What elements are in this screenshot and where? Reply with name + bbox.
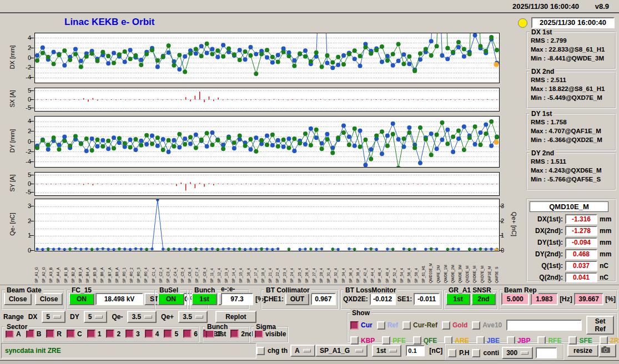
show-checkbox-qfe[interactable] <box>413 336 421 345</box>
extra-input[interactable] <box>536 347 557 358</box>
sector-label-5: 5 <box>174 330 178 338</box>
chg-th-checkbox[interactable] <box>256 347 265 355</box>
bpm-label: SP_C2_4 <box>159 251 163 283</box>
sp-dropdown-value: SP_A1_G <box>320 347 350 355</box>
count-dropdown[interactable]: 300 <box>502 347 533 359</box>
show-checkbox-kbp[interactable] <box>350 336 359 345</box>
bpm-label: QXD6E_M <box>472 251 476 283</box>
beam-gate-close-button-1[interactable]: Close <box>4 293 32 305</box>
bpm-label: SP_36_4 <box>349 251 353 283</box>
threshold-input[interactable] <box>406 345 425 356</box>
stat-box-dx-1st: DX 1stRMS : 2.799Max : 22.833@S8_61_H1Mi… <box>526 32 616 69</box>
qmd-row-unit: mm <box>600 215 611 223</box>
show-checkbox-pfe[interactable] <box>382 336 390 345</box>
busel-group: BuSel ON <box>154 290 188 310</box>
bunch-1st-button[interactable]: 1st <box>192 293 217 305</box>
show-checkbox-sfe[interactable] <box>568 336 577 345</box>
camera-button[interactable] <box>598 344 616 357</box>
sector-checkbox-c[interactable] <box>67 330 75 338</box>
qmd-rows: DX(1st):-1.316mmDX(2nd):-1.278mmDY(1st):… <box>529 213 614 283</box>
busel-on-button[interactable]: ON <box>158 293 184 305</box>
bpm-label: SP_44_4 <box>370 251 374 283</box>
bunch-check-group: Bunch 1st2nd <box>202 326 250 343</box>
bpm-label: QXD2E_M <box>465 251 469 283</box>
bunch-dropdown[interactable]: 1st <box>372 345 401 357</box>
ytickmark-right-qe <box>499 206 503 206</box>
sigma-label-visible: visible <box>265 330 286 338</box>
sector-checkbox-b[interactable] <box>26 330 34 338</box>
bpm-label: SP_11_4 <box>210 251 214 283</box>
fc15-on-button[interactable]: ON <box>69 293 94 305</box>
replot-button[interactable]: Replot <box>215 311 256 323</box>
conti-checkbox[interactable] <box>472 349 480 357</box>
show-checkbox-zre[interactable] <box>600 336 608 345</box>
chg-th-dropdown[interactable]: A <box>290 345 315 357</box>
ph-checkbox[interactable] <box>448 349 456 357</box>
sigma-checkbox-visible[interactable] <box>255 330 263 338</box>
timestamp-display: 2025/11/30 16:00:40 <box>531 17 615 28</box>
bpm-label: QAF1E_M <box>487 251 491 283</box>
show-item-ave10: Ave10 <box>472 321 502 330</box>
ytickmark-right-qe <box>499 235 503 236</box>
gr-snsr-2nd-button[interactable]: 2nd <box>471 293 496 305</box>
show-checkbox-gold[interactable] <box>442 321 450 330</box>
show-group: Show CurRefCur-RefGoldAve10 Set Ref KBPP… <box>347 312 617 342</box>
show-checkbox-cur-ref[interactable] <box>402 321 411 330</box>
set-ref-button[interactable]: Set Ref <box>586 316 614 335</box>
bpm-label: SP_12_4 <box>217 251 221 283</box>
bunch-dropdown-value: 1st <box>376 347 386 355</box>
ytickmark-sx <box>30 108 34 108</box>
qmd-row-value: -1.316 <box>565 214 597 224</box>
sp-dropdown[interactable]: SP_A1_G <box>315 345 368 357</box>
ylabel-dy: DY [mm] <box>9 117 16 165</box>
range-dx-dropdown[interactable]: 5 <box>42 311 66 323</box>
range-row: Range DX 5 DY 5 Qe- 3.5 Qe+ 3.5 Replot <box>3 311 256 323</box>
beam-rep-hz-label: [Hz] <box>560 295 572 303</box>
sector-checkbox-1[interactable] <box>87 330 95 338</box>
bpm-label: SP_C8_4 <box>203 251 207 283</box>
ee-title-wrap: e-:e- <box>221 285 235 293</box>
ee-value-display: 97.3 <box>221 293 253 305</box>
sector-checkbox-3[interactable] <box>125 330 134 338</box>
beam-gate-close-button-2[interactable]: Close <box>35 293 63 305</box>
range-qem-dropdown[interactable]: 3.5 <box>127 311 157 323</box>
sector-checkbox-2[interactable] <box>106 330 114 338</box>
beam-gate-title: Beam Gate <box>5 286 43 294</box>
sector-item-1: 1 <box>87 330 102 338</box>
bpm-label: SP_52_4 <box>392 251 396 283</box>
stat-box-dx-2nd: DX 2ndRMS : 2.511Max : 18.822@S8_61_H1Mi… <box>526 71 616 109</box>
ytickmark-dy <box>30 131 34 132</box>
stat-min: Min : -5.766@QAF5E_S <box>527 175 615 184</box>
sector-checkbox-r[interactable] <box>46 330 54 338</box>
show-checkbox-ref[interactable] <box>377 321 385 330</box>
bt-collimator-out-button[interactable]: OUT <box>285 293 309 305</box>
sector-checkbox-4[interactable] <box>145 330 153 338</box>
range-dy-dropdown[interactable]: 5 <box>84 311 108 323</box>
qmd-row-unit: nC <box>600 274 608 281</box>
ytickmark-dx <box>30 48 34 48</box>
range-qep-dropdown[interactable]: 3.5 <box>178 311 208 323</box>
sector-checkbox-5[interactable] <box>164 330 172 338</box>
sector-title: Sector <box>5 323 29 331</box>
dropdown-dash-icon <box>355 349 363 352</box>
show-label-cur: Cur <box>361 321 373 329</box>
qmd-row-label: DY(1st): <box>529 239 563 246</box>
bunch-check-title: Bunch <box>205 323 229 331</box>
gr-snsr-1st-button[interactable]: 1st <box>446 293 470 305</box>
ref-name-input[interactable] <box>506 320 582 331</box>
beam-rep-set-display: 5.000 <box>501 293 529 305</box>
ytickmark-sy <box>30 184 34 184</box>
stat-box-dy-1st: DY 1stRMS : 1.758Max : 4.707@QAF1E_MMin … <box>526 113 616 151</box>
sector-checkbox-a[interactable] <box>6 330 14 338</box>
show-item-zre: ZRE <box>600 336 619 345</box>
ytick-sy: -5 <box>17 189 31 195</box>
bunch-checkbox-2nd[interactable] <box>230 330 239 338</box>
show-checkbox-ave10[interactable] <box>472 321 480 330</box>
show-checkbox-cur[interactable] <box>350 321 359 330</box>
resize-button[interactable]: resize <box>567 345 598 357</box>
bunch-checkbox-1st[interactable] <box>206 330 214 338</box>
sector-checkbox-6[interactable] <box>183 330 192 338</box>
bpm-label: SP_16_4 <box>246 251 250 283</box>
ytickmark-dx <box>30 58 34 58</box>
beam-rep-pct-label: [%] <box>605 295 616 303</box>
